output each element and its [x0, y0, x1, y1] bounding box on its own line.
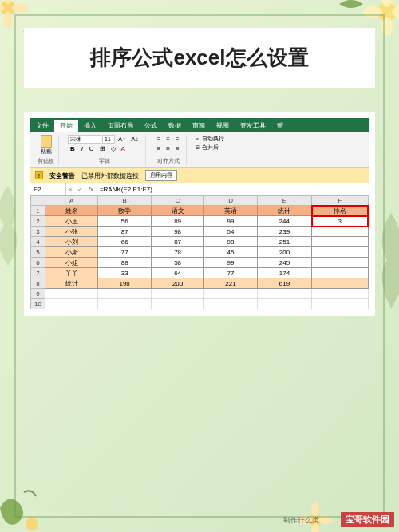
col-header[interactable]: B	[98, 196, 151, 206]
tab-formula[interactable]: 公式	[139, 120, 163, 132]
cell[interactable]: 99	[204, 258, 257, 268]
cell[interactable]	[312, 258, 368, 268]
cell[interactable]	[151, 289, 203, 299]
cell[interactable]: 87	[98, 227, 151, 237]
cell[interactable]: 239	[257, 227, 311, 237]
cell[interactable]: 小斯	[45, 247, 98, 258]
fx-icon[interactable]: fx	[85, 186, 97, 193]
row-header[interactable]: 3	[31, 227, 45, 237]
cell[interactable]: 98	[204, 237, 257, 247]
align-bottom-button[interactable]: ≡	[173, 135, 182, 144]
cell[interactable]	[312, 289, 368, 299]
cell[interactable]	[312, 268, 368, 278]
cell[interactable]: 小姐	[45, 258, 98, 268]
col-header[interactable]: F	[312, 196, 368, 206]
cell[interactable]: 丫丫	[45, 268, 98, 278]
cell[interactable]: 排名	[312, 206, 368, 216]
increase-font-button[interactable]: A↑	[116, 135, 128, 144]
cell[interactable]: 174	[257, 268, 311, 278]
row-header[interactable]: 9	[31, 289, 45, 299]
underline-button[interactable]: U	[87, 144, 97, 153]
cell[interactable]	[204, 299, 257, 309]
col-header[interactable]: C	[151, 196, 203, 206]
cell[interactable]: 54	[204, 227, 257, 237]
cell[interactable]: 77	[98, 247, 151, 258]
cell[interactable]: 64	[151, 268, 203, 278]
decrease-font-button[interactable]: A↓	[128, 135, 140, 144]
cell[interactable]: 221	[204, 278, 257, 289]
cell[interactable]: 56	[98, 216, 151, 227]
col-header[interactable]: E	[257, 196, 311, 206]
cell[interactable]	[204, 289, 257, 299]
cell[interactable]: 244	[257, 216, 311, 227]
select-all-corner[interactable]	[31, 196, 45, 206]
bold-button[interactable]: B	[68, 144, 77, 153]
row-header[interactable]: 1	[31, 206, 45, 216]
font-color-button[interactable]: A	[119, 144, 128, 153]
cell[interactable]: 198	[98, 278, 151, 289]
cell[interactable]	[312, 299, 368, 309]
tab-insert[interactable]: 插入	[78, 120, 102, 132]
formula-input[interactable]: =RANK(E2,E1:E7)	[97, 186, 369, 193]
row-header[interactable]: 6	[31, 258, 45, 268]
italic-button[interactable]: I	[78, 144, 86, 153]
enable-content-button[interactable]: 启用内容	[145, 170, 177, 181]
row-header[interactable]: 4	[31, 237, 45, 247]
cell[interactable]	[45, 289, 98, 299]
cell[interactable]: 3	[312, 216, 368, 227]
cell[interactable]	[151, 299, 203, 309]
align-left-button[interactable]: ≡	[155, 144, 164, 153]
cell[interactable]: 251	[257, 237, 311, 247]
cell[interactable]: 98	[151, 227, 203, 237]
cell[interactable]: 89	[151, 216, 203, 227]
row-header[interactable]: 5	[31, 247, 45, 258]
cell[interactable]	[312, 247, 368, 258]
cell[interactable]	[312, 278, 368, 289]
cell[interactable]: 619	[257, 278, 311, 289]
row-header[interactable]: 8	[31, 278, 45, 289]
row-header[interactable]: 10	[31, 299, 45, 309]
merge-button[interactable]: ⊟ 合并后	[196, 144, 224, 152]
fill-color-button[interactable]: ◇	[109, 144, 118, 153]
formula-accept-icon[interactable]: ✓	[75, 186, 85, 193]
row-header[interactable]: 7	[31, 268, 45, 278]
cell[interactable]	[257, 299, 311, 309]
cell[interactable]: 小张	[45, 227, 98, 237]
font-name-select[interactable]: 宋体	[68, 135, 101, 144]
tab-review[interactable]: 审阅	[187, 120, 211, 132]
cell[interactable]: 33	[98, 268, 151, 278]
cell[interactable]	[312, 227, 368, 237]
align-top-button[interactable]: ≡	[155, 135, 164, 144]
cell[interactable]: 英语	[204, 206, 257, 216]
cell[interactable]: 小刘	[45, 237, 98, 247]
cell[interactable]: 78	[151, 247, 203, 258]
cell[interactable]	[98, 289, 151, 299]
cell[interactable]: 语文	[151, 206, 203, 216]
font-size-select[interactable]: 11	[102, 135, 115, 144]
tab-file[interactable]: 文件	[30, 120, 54, 132]
cell[interactable]: 数学	[98, 206, 151, 216]
tab-data[interactable]: 数据	[163, 120, 187, 132]
tab-help[interactable]: 帮	[271, 120, 289, 132]
wrap-text-button[interactable]: ⤶ 自动换行	[196, 135, 224, 143]
align-middle-button[interactable]: ≡	[164, 135, 172, 144]
align-right-button[interactable]: ≡	[173, 144, 182, 153]
align-center-button[interactable]: ≡	[164, 144, 172, 153]
cell[interactable]: 88	[98, 258, 151, 268]
cell[interactable]: 77	[204, 268, 257, 278]
cell-reference-box[interactable]: F2	[30, 183, 66, 195]
cell[interactable]: 99	[204, 216, 257, 227]
cell[interactable]: 统计	[45, 278, 98, 289]
spreadsheet-grid[interactable]: A B C D E F 1 姓名 数学 语文 英语 统计 排名	[30, 195, 369, 309]
row-header[interactable]: 2	[31, 216, 45, 227]
border-button[interactable]: ⊞	[97, 144, 108, 153]
formula-cancel-icon[interactable]: ×	[66, 186, 75, 193]
cell[interactable]: 87	[151, 237, 203, 247]
cell[interactable]	[312, 237, 368, 247]
cell[interactable]: 姓名	[45, 206, 98, 216]
tab-view[interactable]: 视图	[211, 120, 235, 132]
cell[interactable]: 66	[98, 237, 151, 247]
cell[interactable]	[98, 299, 151, 309]
cell[interactable]: 200	[151, 278, 203, 289]
cell[interactable]: 58	[151, 258, 203, 268]
